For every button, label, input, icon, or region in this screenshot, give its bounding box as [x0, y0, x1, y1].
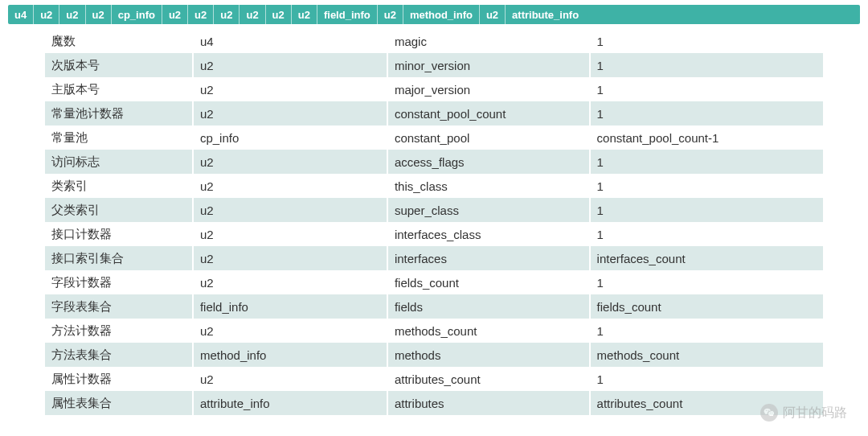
cell-name: fields [387, 294, 590, 319]
header-cell: u2 [162, 5, 188, 24]
class-file-table: 魔数u4magic1次版本号u2minor_version1主版本号u2majo… [45, 29, 823, 415]
cell-desc: 常量池 [45, 125, 193, 150]
cell-desc: 字段计数器 [45, 270, 193, 294]
header-cell: u4 [8, 5, 34, 24]
cell-type: u2 [193, 270, 387, 294]
cell-name: interfaces_class [387, 222, 590, 246]
cell-desc: 属性计数器 [45, 367, 193, 391]
cell-type: u2 [193, 367, 387, 391]
cell-desc: 访问标志 [45, 150, 193, 174]
cell-count: 1 [590, 174, 823, 198]
cell-desc: 接口计数器 [45, 222, 193, 246]
cell-desc: 次版本号 [45, 53, 193, 77]
cell-count: 1 [590, 53, 823, 77]
cell-type: u2 [193, 174, 387, 198]
cell-count: 1 [590, 101, 823, 125]
cell-name: minor_version [387, 53, 590, 77]
cell-desc: 父类索引 [45, 198, 193, 222]
table-row: 访问标志u2access_flags1 [45, 150, 823, 174]
table-row: 字段表集合field_infofieldsfields_count [45, 294, 823, 319]
table-row: 属性计数器u2attributes_count1 [45, 367, 823, 391]
cell-desc: 魔数 [45, 29, 193, 53]
cell-type: u2 [193, 198, 387, 222]
cell-name: methods [387, 343, 590, 367]
header-cell: u2 [34, 5, 59, 24]
table-row: 次版本号u2minor_version1 [45, 53, 823, 77]
cell-desc: 字段表集合 [45, 294, 193, 319]
cell-type: u2 [193, 150, 387, 174]
header-cell: u2 [480, 5, 506, 24]
cell-name: access_flags [387, 150, 590, 174]
header-cell: attribute_info [506, 5, 860, 24]
header-cell: cp_info [112, 5, 162, 24]
table-row: 字段计数器u2fields_count1 [45, 270, 823, 294]
class-file-table-wrap: 魔数u4magic1次版本号u2minor_version1主版本号u2majo… [45, 29, 823, 415]
cell-count: 1 [590, 222, 823, 246]
table-row: 主版本号u2major_version1 [45, 77, 823, 101]
cell-count: 1 [590, 150, 823, 174]
cell-type: u2 [193, 246, 387, 270]
header-cell: u2 [188, 5, 214, 24]
cell-name: magic [387, 29, 590, 53]
cell-count: 1 [590, 319, 823, 343]
table-row: 方法表集合method_infomethodsmethods_count [45, 343, 823, 367]
cell-count: methods_count [590, 343, 823, 367]
table-row: 常量池计数器u2constant_pool_count1 [45, 101, 823, 125]
cell-name: fields_count [387, 270, 590, 294]
table-row: 魔数u4magic1 [45, 29, 823, 53]
header-cell: field_info [317, 5, 378, 24]
table-row: 常量池cp_infoconstant_poolconstant_pool_cou… [45, 125, 823, 150]
cell-type: u2 [193, 53, 387, 77]
table-row: 父类索引u2super_class1 [45, 198, 823, 222]
cell-type: u2 [193, 101, 387, 125]
structure-header: u4u2u2u2cp_infou2u2u2u2u2u2field_infou2m… [8, 5, 860, 24]
cell-type: u2 [193, 77, 387, 101]
header-cell: u2 [86, 5, 112, 24]
table-row: 接口索引集合u2interfacesinterfaces_count [45, 246, 823, 270]
cell-count: fields_count [590, 294, 823, 319]
header-cell: u2 [240, 5, 265, 24]
cell-name: this_class [387, 174, 590, 198]
header-cell: u2 [378, 5, 403, 24]
cell-desc: 类索引 [45, 174, 193, 198]
cell-count: 1 [590, 29, 823, 53]
cell-type: u2 [193, 319, 387, 343]
cell-type: method_info [193, 343, 387, 367]
cell-name: attributes_count [387, 367, 590, 391]
cell-count: 1 [590, 270, 823, 294]
cell-name: super_class [387, 198, 590, 222]
cell-count: interfaces_count [590, 246, 823, 270]
cell-count: constant_pool_count-1 [590, 125, 823, 150]
cell-type: field_info [193, 294, 387, 319]
header-cell: u2 [266, 5, 292, 24]
table-row: 方法计数器u2methods_count1 [45, 319, 823, 343]
header-cell: u2 [214, 5, 240, 24]
cell-count: 1 [590, 198, 823, 222]
cell-count: 1 [590, 77, 823, 101]
cell-type: u2 [193, 222, 387, 246]
cell-type: attribute_info [193, 391, 387, 415]
header-cell: u2 [59, 5, 85, 24]
cell-name: constant_pool [387, 125, 590, 150]
cell-count: attributes_count [590, 391, 823, 415]
header-cell: u2 [292, 5, 317, 24]
cell-desc: 属性表集合 [45, 391, 193, 415]
cell-count: 1 [590, 367, 823, 391]
cell-desc: 方法表集合 [45, 343, 193, 367]
header-cell: method_info [403, 5, 480, 24]
cell-name: attributes [387, 391, 590, 415]
cell-desc: 接口索引集合 [45, 246, 193, 270]
cell-desc: 常量池计数器 [45, 101, 193, 125]
cell-type: cp_info [193, 125, 387, 150]
cell-name: methods_count [387, 319, 590, 343]
cell-desc: 主版本号 [45, 77, 193, 101]
table-row: 接口计数器u2interfaces_class1 [45, 222, 823, 246]
cell-name: major_version [387, 77, 590, 101]
cell-desc: 方法计数器 [45, 319, 193, 343]
cell-name: interfaces [387, 246, 590, 270]
cell-name: constant_pool_count [387, 101, 590, 125]
table-row: 类索引u2this_class1 [45, 174, 823, 198]
table-row: 属性表集合attribute_infoattributesattributes_… [45, 391, 823, 415]
cell-type: u4 [193, 29, 387, 53]
